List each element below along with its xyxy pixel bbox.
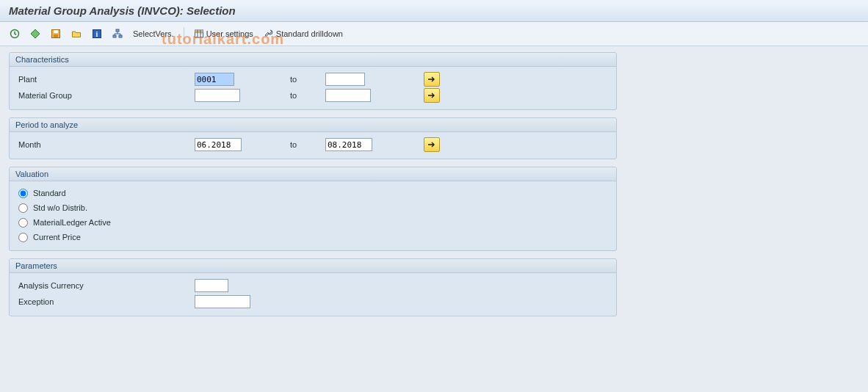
month-to-input[interactable] bbox=[325, 138, 372, 151]
material-group-label: Material Group bbox=[17, 91, 195, 100]
month-to-label: to bbox=[290, 140, 325, 149]
valuation-stdwo-input[interactable] bbox=[18, 203, 28, 213]
info-icon: i bbox=[92, 29, 102, 39]
table-columns-icon bbox=[194, 29, 204, 39]
row-exception: Exception bbox=[17, 294, 609, 310]
valuation-ml-label: MaterialLedger Active bbox=[33, 218, 111, 227]
wrench-icon bbox=[264, 29, 274, 39]
execute-button[interactable] bbox=[6, 26, 23, 42]
material-group-from-input[interactable] bbox=[195, 89, 240, 102]
valuation-stdwo-label: Std w/o Distrib. bbox=[33, 203, 87, 212]
group-parameters-title: Parameters bbox=[10, 259, 616, 273]
month-label: Month bbox=[17, 140, 195, 149]
svg-rect-2 bbox=[54, 30, 58, 33]
arrow-right-icon bbox=[427, 141, 436, 148]
plant-from-input[interactable] bbox=[195, 73, 234, 86]
valuation-stdwo-radio[interactable]: Std w/o Distrib. bbox=[17, 200, 609, 215]
group-valuation: Valuation Standard Std w/o Distrib. Mate… bbox=[9, 167, 617, 251]
group-period-title: Period to analyze bbox=[10, 118, 616, 132]
valuation-standard-radio[interactable]: Standard bbox=[17, 186, 609, 200]
analysis-currency-label: Analysis Currency bbox=[17, 281, 195, 290]
hierarchy-button[interactable] bbox=[109, 26, 126, 42]
svg-rect-8 bbox=[119, 35, 122, 37]
svg-rect-10 bbox=[195, 30, 203, 32]
analysis-currency-input[interactable] bbox=[195, 279, 228, 292]
month-from-input[interactable] bbox=[195, 138, 242, 151]
month-multiselect-button[interactable] bbox=[424, 137, 440, 152]
standard-drilldown-label: Standard drilldown bbox=[276, 29, 343, 38]
row-material-group: Material Group to bbox=[17, 87, 609, 104]
plant-to-input[interactable] bbox=[325, 73, 365, 86]
folder-open-icon bbox=[71, 29, 82, 39]
clock-run-icon bbox=[10, 29, 20, 39]
row-plant: Plant to bbox=[17, 71, 609, 87]
diamond-green-icon bbox=[30, 29, 40, 39]
valuation-standard-input[interactable] bbox=[18, 189, 28, 198]
group-characteristics-title: Characteristics bbox=[10, 53, 616, 67]
save-icon bbox=[51, 29, 61, 39]
open-folder-button[interactable] bbox=[68, 26, 85, 42]
svg-rect-7 bbox=[113, 35, 116, 37]
arrow-right-icon bbox=[427, 76, 436, 83]
group-parameters: Parameters Analysis Currency Exception bbox=[9, 258, 617, 316]
user-settings-label: User settings bbox=[206, 29, 253, 38]
row-month: Month to bbox=[17, 137, 609, 153]
plant-label: Plant bbox=[17, 75, 195, 84]
plant-multiselect-button[interactable] bbox=[424, 72, 440, 87]
variant-button[interactable] bbox=[26, 26, 44, 42]
arrow-right-icon bbox=[427, 92, 436, 99]
exception-label: Exception bbox=[17, 297, 195, 306]
material-group-to-input[interactable] bbox=[325, 89, 371, 102]
material-group-multiselect-button[interactable] bbox=[424, 88, 440, 103]
valuation-current-radio[interactable]: Current Price bbox=[17, 230, 609, 244]
plant-to-label: to bbox=[290, 75, 325, 84]
page-title: Material Group Analysis (INVCO): Selecti… bbox=[0, 0, 868, 22]
save-button[interactable] bbox=[47, 26, 65, 42]
valuation-current-label: Current Price bbox=[33, 233, 81, 242]
row-analysis-currency: Analysis Currency bbox=[17, 277, 609, 294]
select-version-label: SelectVers. bbox=[133, 29, 174, 38]
select-version-button[interactable]: SelectVers. bbox=[129, 26, 178, 42]
svg-rect-6 bbox=[116, 29, 119, 32]
group-period: Period to analyze Month to bbox=[9, 117, 617, 159]
svg-rect-3 bbox=[54, 35, 58, 37]
hierarchy-icon bbox=[112, 29, 123, 39]
standard-drilldown-button[interactable]: Standard drilldown bbox=[260, 26, 347, 42]
group-valuation-title: Valuation bbox=[10, 167, 616, 181]
content-area: Characteristics Plant to bbox=[0, 46, 868, 333]
toolbar-separator bbox=[184, 27, 184, 40]
valuation-standard-label: Standard bbox=[33, 189, 66, 197]
info-button[interactable]: i bbox=[88, 26, 106, 42]
material-group-to-label: to bbox=[290, 91, 325, 100]
svg-text:i: i bbox=[96, 30, 98, 38]
group-characteristics: Characteristics Plant to bbox=[9, 52, 617, 110]
valuation-ml-input[interactable] bbox=[18, 218, 28, 228]
user-settings-button[interactable]: User settings bbox=[190, 26, 257, 42]
toolbar: i SelectVers. User settings Standard dri… bbox=[0, 22, 868, 46]
valuation-current-input[interactable] bbox=[18, 233, 28, 242]
valuation-ml-radio[interactable]: MaterialLedger Active bbox=[17, 215, 609, 230]
exception-input[interactable] bbox=[195, 295, 250, 308]
